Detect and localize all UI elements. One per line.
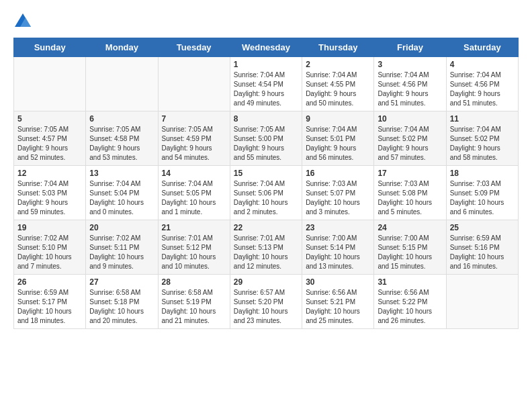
day-info: Sunrise: 7:04 AM Sunset: 5:05 PM Dayligh… bbox=[162, 179, 226, 217]
calendar-cell: 12Sunrise: 7:04 AM Sunset: 5:03 PM Dayli… bbox=[14, 166, 86, 220]
calendar-week-row: 12Sunrise: 7:04 AM Sunset: 5:03 PM Dayli… bbox=[14, 166, 519, 220]
calendar-week-row: 26Sunrise: 6:59 AM Sunset: 5:17 PM Dayli… bbox=[14, 275, 519, 329]
day-info: Sunrise: 7:04 AM Sunset: 4:56 PM Dayligh… bbox=[378, 71, 442, 108]
day-info: Sunrise: 7:01 AM Sunset: 5:13 PM Dayligh… bbox=[234, 234, 298, 271]
calendar-cell: 9Sunrise: 7:04 AM Sunset: 5:01 PM Daylig… bbox=[302, 111, 374, 166]
calendar-cell: 18Sunrise: 7:03 AM Sunset: 5:09 PM Dayli… bbox=[446, 166, 518, 220]
day-info: Sunrise: 7:04 AM Sunset: 4:56 PM Dayligh… bbox=[450, 71, 515, 108]
weekday-header-row: SundayMondayTuesdayWednesdayThursdayFrid… bbox=[14, 38, 519, 57]
day-number: 24 bbox=[378, 223, 442, 232]
day-info: Sunrise: 6:59 AM Sunset: 5:16 PM Dayligh… bbox=[450, 234, 515, 271]
day-info: Sunrise: 7:04 AM Sunset: 5:01 PM Dayligh… bbox=[306, 125, 370, 163]
day-number: 29 bbox=[234, 277, 298, 287]
calendar-cell: 17Sunrise: 7:03 AM Sunset: 5:08 PM Dayli… bbox=[374, 166, 446, 220]
calendar-cell: 24Sunrise: 7:00 AM Sunset: 5:15 PM Dayli… bbox=[374, 220, 446, 275]
calendar-cell: 16Sunrise: 7:03 AM Sunset: 5:07 PM Dayli… bbox=[302, 166, 374, 220]
day-info: Sunrise: 6:56 AM Sunset: 5:21 PM Dayligh… bbox=[306, 288, 370, 326]
day-number: 26 bbox=[17, 277, 82, 287]
calendar-cell bbox=[446, 275, 518, 329]
day-info: Sunrise: 7:05 AM Sunset: 4:58 PM Dayligh… bbox=[89, 125, 154, 163]
calendar-cell: 14Sunrise: 7:04 AM Sunset: 5:05 PM Dayli… bbox=[158, 166, 230, 220]
day-number: 2 bbox=[306, 60, 370, 69]
calendar-cell: 4Sunrise: 7:04 AM Sunset: 4:56 PM Daylig… bbox=[446, 57, 518, 111]
day-number: 15 bbox=[234, 169, 298, 178]
day-number: 19 bbox=[17, 223, 82, 232]
page-header bbox=[13, 13, 519, 27]
day-number: 20 bbox=[89, 223, 154, 232]
day-number: 25 bbox=[450, 223, 515, 232]
day-info: Sunrise: 7:01 AM Sunset: 5:12 PM Dayligh… bbox=[162, 234, 226, 271]
day-number: 22 bbox=[234, 223, 298, 232]
calendar-cell: 13Sunrise: 7:04 AM Sunset: 5:04 PM Dayli… bbox=[86, 166, 158, 220]
day-number: 23 bbox=[306, 223, 370, 232]
day-info: Sunrise: 7:05 AM Sunset: 5:00 PM Dayligh… bbox=[234, 125, 298, 163]
calendar-table: SundayMondayTuesdayWednesdayThursdayFrid… bbox=[13, 38, 519, 329]
calendar-cell bbox=[158, 57, 230, 111]
logo-icon bbox=[15, 13, 31, 27]
day-info: Sunrise: 7:04 AM Sunset: 5:06 PM Dayligh… bbox=[234, 179, 298, 217]
day-number: 8 bbox=[234, 114, 298, 124]
day-number: 27 bbox=[89, 277, 154, 287]
day-number: 11 bbox=[450, 114, 515, 124]
weekday-header-monday: Monday bbox=[86, 38, 158, 57]
calendar-week-row: 1Sunrise: 7:04 AM Sunset: 4:54 PM Daylig… bbox=[14, 57, 519, 111]
calendar-cell: 1Sunrise: 7:04 AM Sunset: 4:54 PM Daylig… bbox=[230, 57, 302, 111]
calendar-cell: 10Sunrise: 7:04 AM Sunset: 5:02 PM Dayli… bbox=[374, 111, 446, 166]
day-number: 6 bbox=[89, 114, 154, 124]
day-info: Sunrise: 7:04 AM Sunset: 5:02 PM Dayligh… bbox=[378, 125, 442, 163]
weekday-header-wednesday: Wednesday bbox=[230, 38, 302, 57]
day-number: 5 bbox=[17, 114, 82, 124]
calendar-cell: 22Sunrise: 7:01 AM Sunset: 5:13 PM Dayli… bbox=[230, 220, 302, 275]
day-number: 10 bbox=[378, 114, 442, 124]
calendar-cell: 3Sunrise: 7:04 AM Sunset: 4:56 PM Daylig… bbox=[374, 57, 446, 111]
calendar-cell: 27Sunrise: 6:58 AM Sunset: 5:18 PM Dayli… bbox=[86, 275, 158, 329]
calendar-cell: 8Sunrise: 7:05 AM Sunset: 5:00 PM Daylig… bbox=[230, 111, 302, 166]
day-number: 3 bbox=[378, 60, 442, 69]
calendar-week-row: 5Sunrise: 7:05 AM Sunset: 4:57 PM Daylig… bbox=[14, 111, 519, 166]
calendar-header: SundayMondayTuesdayWednesdayThursdayFrid… bbox=[14, 38, 519, 57]
day-info: Sunrise: 7:02 AM Sunset: 5:10 PM Dayligh… bbox=[17, 234, 82, 271]
day-number: 16 bbox=[306, 169, 370, 178]
logo bbox=[13, 13, 31, 27]
calendar-body: 1Sunrise: 7:04 AM Sunset: 4:54 PM Daylig… bbox=[14, 57, 519, 329]
calendar-cell: 26Sunrise: 6:59 AM Sunset: 5:17 PM Dayli… bbox=[14, 275, 86, 329]
day-number: 14 bbox=[162, 169, 226, 178]
day-info: Sunrise: 7:04 AM Sunset: 5:02 PM Dayligh… bbox=[450, 125, 515, 163]
calendar-cell: 29Sunrise: 6:57 AM Sunset: 5:20 PM Dayli… bbox=[230, 275, 302, 329]
day-number: 12 bbox=[17, 169, 82, 178]
calendar-cell: 7Sunrise: 7:05 AM Sunset: 4:59 PM Daylig… bbox=[158, 111, 230, 166]
day-info: Sunrise: 6:58 AM Sunset: 5:19 PM Dayligh… bbox=[162, 288, 226, 326]
day-info: Sunrise: 7:05 AM Sunset: 4:59 PM Dayligh… bbox=[162, 125, 226, 163]
day-number: 7 bbox=[162, 114, 226, 124]
day-info: Sunrise: 7:04 AM Sunset: 4:54 PM Dayligh… bbox=[234, 71, 298, 108]
day-info: Sunrise: 7:00 AM Sunset: 5:15 PM Dayligh… bbox=[378, 234, 442, 271]
calendar-cell bbox=[86, 57, 158, 111]
calendar-cell: 2Sunrise: 7:04 AM Sunset: 4:55 PM Daylig… bbox=[302, 57, 374, 111]
weekday-header-friday: Friday bbox=[374, 38, 446, 57]
day-number: 17 bbox=[378, 169, 442, 178]
day-info: Sunrise: 6:58 AM Sunset: 5:18 PM Dayligh… bbox=[89, 288, 154, 326]
calendar-cell: 15Sunrise: 7:04 AM Sunset: 5:06 PM Dayli… bbox=[230, 166, 302, 220]
day-number: 28 bbox=[162, 277, 226, 287]
calendar-cell: 19Sunrise: 7:02 AM Sunset: 5:10 PM Dayli… bbox=[14, 220, 86, 275]
day-number: 9 bbox=[306, 114, 370, 124]
day-number: 13 bbox=[89, 169, 154, 178]
weekday-header-thursday: Thursday bbox=[302, 38, 374, 57]
day-number: 18 bbox=[450, 169, 515, 178]
weekday-header-sunday: Sunday bbox=[14, 38, 86, 57]
day-info: Sunrise: 6:56 AM Sunset: 5:22 PM Dayligh… bbox=[378, 288, 442, 326]
day-info: Sunrise: 7:03 AM Sunset: 5:09 PM Dayligh… bbox=[450, 179, 515, 217]
day-number: 31 bbox=[378, 277, 442, 287]
calendar-cell: 31Sunrise: 6:56 AM Sunset: 5:22 PM Dayli… bbox=[374, 275, 446, 329]
calendar-cell: 21Sunrise: 7:01 AM Sunset: 5:12 PM Dayli… bbox=[158, 220, 230, 275]
day-number: 1 bbox=[234, 60, 298, 69]
day-number: 21 bbox=[162, 223, 226, 232]
calendar-cell: 30Sunrise: 6:56 AM Sunset: 5:21 PM Dayli… bbox=[302, 275, 374, 329]
day-info: Sunrise: 7:03 AM Sunset: 5:08 PM Dayligh… bbox=[378, 179, 442, 217]
weekday-header-tuesday: Tuesday bbox=[158, 38, 230, 57]
day-info: Sunrise: 6:59 AM Sunset: 5:17 PM Dayligh… bbox=[17, 288, 82, 326]
day-info: Sunrise: 7:05 AM Sunset: 4:57 PM Dayligh… bbox=[17, 125, 82, 163]
day-info: Sunrise: 6:57 AM Sunset: 5:20 PM Dayligh… bbox=[234, 288, 298, 326]
day-info: Sunrise: 7:04 AM Sunset: 4:55 PM Dayligh… bbox=[306, 71, 370, 108]
calendar-cell bbox=[14, 57, 86, 111]
